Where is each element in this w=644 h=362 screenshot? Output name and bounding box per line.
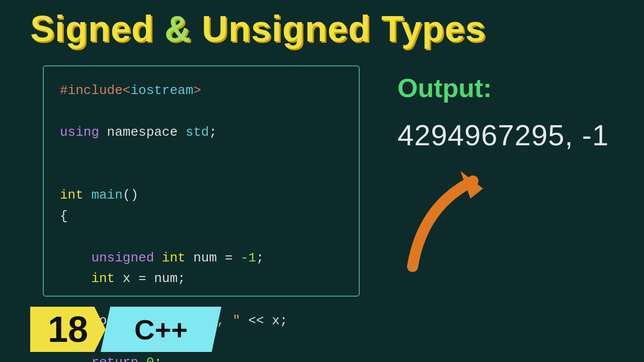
code-line-include: #include<iostream> [60, 80, 343, 102]
code-line-blank1 [60, 102, 343, 123]
code-line-return-line: return 0; [60, 352, 343, 362]
episode-badge: 18 [30, 307, 106, 352]
output-label: Output: [397, 73, 619, 103]
badge-container: 18 C++ [30, 307, 221, 352]
code-line-blank4 [60, 227, 343, 248]
code-line-blank2 [60, 143, 343, 164]
code-line-int-x-line: int x = num; [60, 268, 343, 290]
title-ampersand: & [165, 9, 202, 49]
arrow-graphic [382, 166, 513, 277]
title-part1: Signed [30, 9, 165, 49]
output-value: 4294967295, -1 [397, 118, 619, 152]
code-line-open-brace: { [60, 206, 343, 227]
output-section: Output: 4294967295, -1 [397, 73, 619, 152]
code-line-unsigned-line: unsigned int num = -1; [60, 248, 343, 269]
title-part2: Unsigned Types [202, 9, 486, 49]
page-title: Signed & Unsigned Types [30, 9, 486, 49]
code-line-using: using namespace std; [60, 122, 343, 143]
code-line-blank3 [60, 164, 343, 185]
code-block: #include<iostream> using namespace std; … [43, 65, 360, 297]
language-badge: C++ [101, 307, 221, 352]
code-line-main: int main() [60, 185, 343, 206]
